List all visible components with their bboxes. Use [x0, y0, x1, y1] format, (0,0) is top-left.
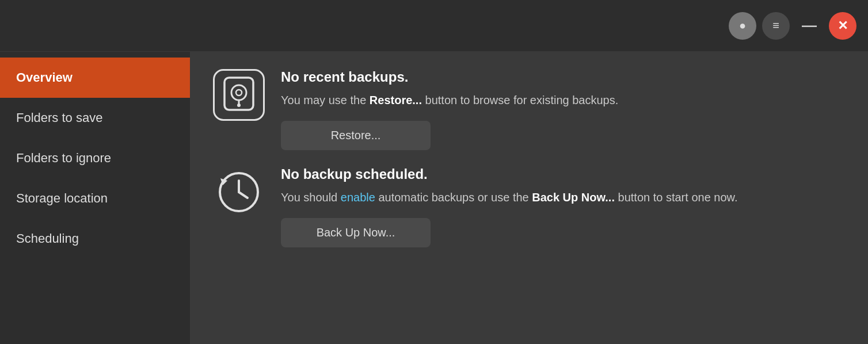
desc-before-2: You should	[281, 191, 341, 204]
no-recent-backups-title: No recent backups.	[281, 69, 845, 85]
desc-middle-2: automatic backups or use the	[375, 191, 532, 204]
svg-point-2	[236, 90, 242, 95]
menu-button[interactable]: ≡	[762, 12, 790, 40]
close-icon: ✕	[837, 18, 848, 33]
sidebar-item-scheduling-label: Scheduling	[16, 231, 79, 246]
menu-icon: ≡	[772, 19, 779, 32]
content-area: No recent backups. You may use the Resto…	[190, 52, 868, 344]
no-backup-scheduled-desc: You should enable automatic backups or u…	[281, 189, 845, 205]
sidebar-item-storage-location-label: Storage location	[16, 191, 108, 205]
back-up-now-button[interactable]: Back Up Now...	[281, 218, 431, 247]
sidebar-item-scheduling[interactable]: Scheduling	[0, 219, 190, 259]
avatar-icon: ●	[739, 19, 746, 32]
restore-button[interactable]: Restore...	[281, 121, 431, 150]
no-backup-scheduled-text: No backup scheduled. You should enable a…	[281, 166, 845, 247]
sidebar-item-folders-to-ignore[interactable]: Folders to ignore	[0, 138, 190, 178]
desc-after-1: button to browse for existing backups.	[422, 94, 618, 106]
backup-safe-icon	[222, 77, 256, 113]
no-backup-scheduled-content: No backup scheduled. You should enable a…	[281, 166, 845, 247]
restore-link-text: Restore...	[370, 94, 422, 106]
close-button[interactable]: ✕	[829, 12, 856, 40]
sidebar-item-folders-to-save[interactable]: Folders to save	[0, 98, 190, 138]
no-recent-backups-content: No recent backups. You may use the Resto…	[281, 69, 845, 150]
sidebar-item-overview[interactable]: Overview	[0, 58, 190, 98]
sidebar-item-folders-to-ignore-label: Folders to ignore	[16, 151, 111, 165]
sidebar: Overview Folders to save Folders to igno…	[0, 52, 190, 344]
backup-icon-box	[213, 69, 265, 121]
no-recent-backups-section: No recent backups. You may use the Resto…	[213, 69, 845, 150]
avatar-button[interactable]: ●	[729, 12, 756, 40]
sidebar-item-storage-location[interactable]: Storage location	[0, 178, 190, 219]
svg-line-7	[239, 192, 248, 198]
no-recent-backups-text: No recent backups. You may use the Resto…	[281, 69, 845, 150]
sidebar-item-folders-to-save-label: Folders to save	[16, 110, 102, 125]
svg-point-1	[231, 85, 246, 100]
titlebar: ● ≡ — ✕	[0, 0, 868, 52]
desc-before-1: You may use the	[281, 94, 370, 106]
sidebar-item-overview-label: Overview	[16, 70, 73, 85]
desc-after-2: button to start one now.	[615, 191, 737, 204]
minimize-icon: —	[802, 17, 817, 35]
svg-point-4	[237, 104, 241, 107]
no-recent-backups-desc: You may use the Restore... button to bro…	[281, 92, 845, 108]
clock-icon-container	[213, 166, 265, 218]
no-backup-scheduled-title: No backup scheduled.	[281, 166, 845, 182]
clock-icon	[216, 169, 262, 215]
minimize-button[interactable]: —	[795, 12, 823, 40]
back-up-now-text: Back Up Now...	[532, 191, 615, 204]
enable-link[interactable]: enable	[341, 191, 375, 204]
no-backup-scheduled-section: No backup scheduled. You should enable a…	[213, 166, 845, 247]
main-layout: Overview Folders to save Folders to igno…	[0, 52, 868, 344]
